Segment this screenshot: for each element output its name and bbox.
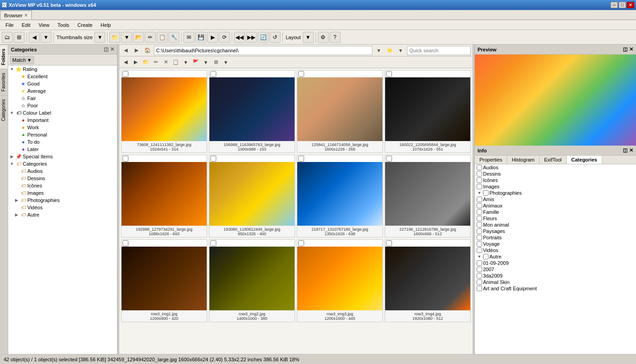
info-tree-2007[interactable]: 2007 — [475, 266, 636, 273]
tree-special-items[interactable]: ▶ 📌 Special Items — [8, 153, 117, 160]
tree-expand-categories[interactable]: ▼ — [9, 161, 15, 167]
ft-view-btn[interactable]: ⊞ — [211, 58, 220, 67]
tb-export-button[interactable]: 💾 — [195, 32, 206, 43]
tree-icones[interactable]: 🏷 Icônes — [8, 182, 117, 189]
info-expand-photographies[interactable]: ▼ — [477, 190, 482, 196]
info-tree-dessins[interactable]: Dessins — [475, 171, 636, 177]
info-cb-animalskin[interactable] — [477, 279, 482, 285]
tree-audios[interactable]: 🏷 Audios — [8, 167, 117, 175]
ft-edit-btn[interactable]: ✏ — [151, 58, 160, 67]
info-cb-autre[interactable] — [483, 254, 488, 259]
browser-tab[interactable]: Browser ✕ — [0, 10, 32, 20]
nav-bookmark-drop-btn[interactable]: ▼ — [396, 46, 405, 55]
tree-rating-group[interactable]: ▼ ⭐ Rating — [8, 66, 117, 73]
thumb-checkbox-8[interactable] — [122, 240, 128, 246]
thumb-item-5[interactable]: 193080_1180812449_large.jpg 950x1326 - 4… — [209, 155, 295, 238]
info-cb-amis[interactable] — [477, 197, 482, 202]
tree-images[interactable]: 🏷 Images — [8, 189, 117, 197]
info-cb-portraits[interactable] — [477, 235, 482, 240]
tb-size-drop-button[interactable]: ▼ — [94, 32, 105, 43]
info-cb-images[interactable] — [477, 184, 482, 189]
ft-forward-btn[interactable]: ▶ — [131, 58, 140, 67]
ft-new-folder-btn[interactable]: 📁 — [141, 58, 150, 67]
thumb-checkbox-3[interactable] — [386, 71, 392, 77]
info-tree-voyage[interactable]: Voyage — [475, 241, 636, 247]
thumb-checkbox-9[interactable] — [210, 240, 216, 246]
tb-edit-button[interactable]: ✏ — [145, 32, 156, 43]
info-tree-artcraft[interactable]: Art and Craft Equipment — [475, 285, 636, 292]
info-tree-images[interactable]: Images — [475, 183, 636, 190]
info-tree-01092009[interactable]: 01-09-2009 — [475, 260, 636, 266]
info-tree-photographies[interactable]: ▼ Photographies — [475, 190, 636, 196]
tree-autre[interactable]: ▶ 🏷 Autre — [8, 211, 117, 218]
tree-expand-colour[interactable]: ▼ — [9, 110, 15, 116]
info-cb-videos[interactable] — [477, 248, 482, 253]
tree-expand-autre[interactable]: ▶ — [14, 212, 19, 217]
thumb-item-1[interactable]: 106968_1163965763_large.jpg 1000x988 - 1… — [209, 70, 295, 153]
ft-view-drop-btn[interactable]: ▼ — [221, 58, 230, 67]
info-cb-2007[interactable] — [477, 267, 482, 272]
info-cb-dessins[interactable] — [477, 171, 482, 177]
tree-expand-photographies[interactable]: ▶ — [14, 197, 19, 203]
menu-edit[interactable]: Edit — [18, 21, 34, 29]
tree-photographies[interactable]: ▶ 🏷 Photographies — [8, 197, 117, 204]
side-tab-favorites[interactable]: Favorites — [0, 69, 8, 95]
info-cb-photographies[interactable] — [483, 190, 488, 196]
menu-view[interactable]: View — [35, 21, 53, 29]
thumb-checkbox-5[interactable] — [210, 156, 216, 162]
match-dropdown-icon[interactable]: ▼ — [27, 57, 32, 63]
info-tree-amis[interactable]: Amis — [475, 196, 636, 202]
info-content[interactable]: Audios Dessins Icônes Images ▼ Pho — [475, 164, 636, 354]
side-tab-categories[interactable]: Categories — [0, 95, 8, 125]
tb-slideshow-button[interactable]: ▶ — [207, 32, 218, 43]
thumb-item-7[interactable]: 227196_1212816786_large.jpg 1600x666 - 5… — [385, 155, 471, 238]
info-cb-voyage[interactable] — [477, 241, 482, 247]
info-tree-portraits[interactable]: Portraits — [475, 234, 636, 241]
close-button[interactable]: ✕ — [627, 2, 634, 8]
categories-close-btn[interactable]: ✕ — [110, 46, 114, 52]
match-button[interactable]: Match ▼ — [10, 56, 34, 64]
info-tab-histogram[interactable]: Histogram — [507, 156, 539, 164]
tb-layout-drop-button[interactable]: ▼ — [303, 32, 314, 43]
path-input[interactable] — [154, 46, 372, 55]
menu-file[interactable]: File — [2, 21, 17, 29]
thumb-item-10[interactable]: row3_img3.jpg 1200x1600 - 445 — [297, 239, 383, 322]
tb-thumbs-button[interactable]: ⊞ — [14, 32, 25, 43]
maximize-button[interactable]: □ — [619, 2, 626, 8]
ft-more-btn[interactable]: ▼ — [181, 58, 190, 67]
tree-fair[interactable]: ☆ Fair — [8, 95, 117, 102]
tb-more-button[interactable]: 🔧 — [168, 32, 179, 43]
thumb-item-6[interactable]: 218717_1310767180_large.jpg 1350x1626 - … — [297, 155, 383, 238]
thumb-checkbox-10[interactable] — [298, 240, 304, 246]
tb-settings-button[interactable]: ⚙ — [318, 32, 329, 43]
ft-back-btn[interactable]: ◀ — [121, 58, 130, 67]
info-tree-icones[interactable]: Icônes — [475, 177, 636, 183]
info-cb-monanimal[interactable] — [477, 222, 482, 228]
tree-dessins[interactable]: 🏷 Dessins — [8, 175, 117, 182]
tree-average[interactable]: ★ Average — [8, 87, 117, 95]
tree-work[interactable]: ● Work — [8, 124, 117, 131]
tree-videos[interactable]: 🏷 Vidéos — [8, 204, 117, 211]
tb-copy-button[interactable]: ▼ — [121, 32, 132, 43]
categories-tree[interactable]: ▼ ⭐ Rating ★ Excellent ★ Good ★ Average — [8, 66, 117, 354]
info-tree-animaux[interactable]: Animaux — [475, 202, 636, 209]
search-input[interactable] — [407, 46, 471, 55]
thumb-checkbox-4[interactable] — [122, 156, 128, 162]
tb-rotate-button[interactable]: ⟳ — [219, 32, 230, 43]
tb-refresh2-button[interactable]: ↺ — [270, 32, 280, 43]
tb-browse-button[interactable]: 🗂 — [2, 32, 13, 43]
info-cb-audios[interactable] — [477, 165, 482, 170]
tb-refresh1-button[interactable]: 🔄 — [258, 32, 269, 43]
info-undock-btn[interactable]: ◫ — [623, 147, 627, 153]
tree-expand-special[interactable]: ▶ — [9, 154, 15, 159]
tb-back-button[interactable]: ◀ — [29, 32, 40, 43]
info-tree-fleurs[interactable]: Fleurs — [475, 215, 636, 222]
info-expand-autre[interactable]: ▼ — [477, 254, 482, 259]
info-tree-autre-group[interactable]: ▼ Autre — [475, 253, 636, 260]
thumb-checkbox-0[interactable] — [122, 71, 128, 77]
info-tree-monanimal[interactable]: Mon animal — [475, 222, 636, 228]
tb-next-button[interactable]: ▶▶ — [246, 32, 257, 43]
tree-todo[interactable]: ● To do — [8, 138, 117, 146]
info-cb-01092009[interactable] — [477, 260, 482, 266]
info-tree-animalskin[interactable]: Animal Skin — [475, 279, 636, 285]
